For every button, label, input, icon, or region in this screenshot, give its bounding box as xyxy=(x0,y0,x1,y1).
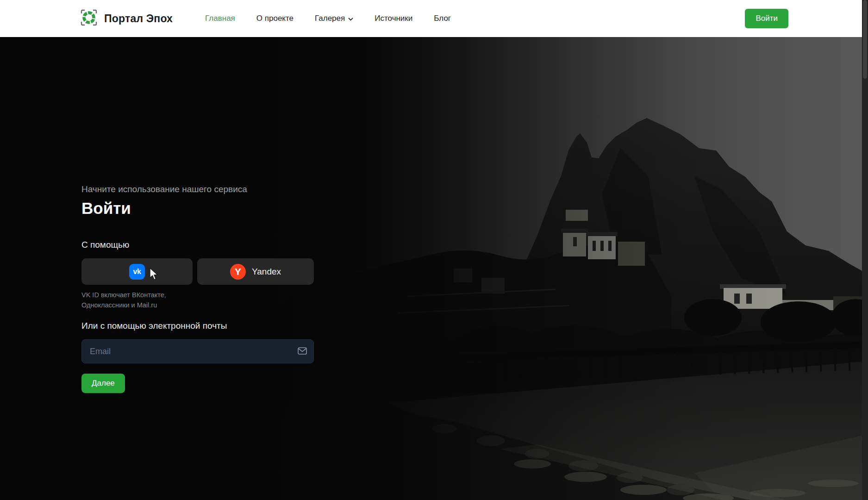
nav-item-home[interactable]: Главная xyxy=(205,14,235,23)
yandex-login-button[interactable]: Y Yandex xyxy=(197,258,314,285)
scrollbar-track[interactable] xyxy=(862,0,868,500)
scrollbar-thumb[interactable] xyxy=(863,0,867,79)
nav-item-blog[interactable]: Блог xyxy=(434,14,451,23)
top-navbar: Портал Эпох Главная О проекте Галерея Ис… xyxy=(0,0,868,37)
vk-id-note: VK ID включает ВКонтакте, Одноклассники … xyxy=(81,290,166,311)
nav-item-about[interactable]: О проекте xyxy=(256,14,293,23)
hero-section: Начните использование нашего сервиса Вой… xyxy=(0,37,868,500)
vk-id-note-line2: Одноклассники и Mail.ru xyxy=(81,300,166,311)
brand[interactable]: Портал Эпох xyxy=(80,8,173,29)
form-title: Войти xyxy=(81,199,131,218)
yandex-label: Yandex xyxy=(252,267,281,277)
yandex-icon: Y xyxy=(230,264,246,280)
aperture-logo-icon xyxy=(80,8,98,29)
main-nav: Главная О проекте Галерея Источники Блог xyxy=(205,14,451,23)
header-login-button[interactable]: Войти xyxy=(745,9,788,28)
brand-title: Портал Эпох xyxy=(104,12,173,25)
mouse-cursor-icon xyxy=(149,268,159,282)
next-button[interactable]: Далее xyxy=(81,374,125,393)
provider-buttons: vk Y Yandex xyxy=(81,258,314,285)
vk-login-button[interactable]: vk xyxy=(81,258,193,285)
email-input[interactable] xyxy=(81,339,314,363)
email-section-label: Или с помощью электронной почты xyxy=(81,321,227,331)
vk-icon: vk xyxy=(129,264,145,280)
vk-id-note-line1: VK ID включает ВКонтакте, xyxy=(81,290,166,300)
nav-item-gallery[interactable]: Галерея xyxy=(315,14,353,23)
chevron-down-icon xyxy=(348,14,353,23)
providers-label: С помощью xyxy=(81,240,129,250)
form-eyebrow: Начните использование нашего сервиса xyxy=(81,184,247,194)
nav-item-sources[interactable]: Источники xyxy=(375,14,412,23)
email-field-wrap xyxy=(81,339,314,363)
nav-item-gallery-label: Галерея xyxy=(315,14,345,23)
